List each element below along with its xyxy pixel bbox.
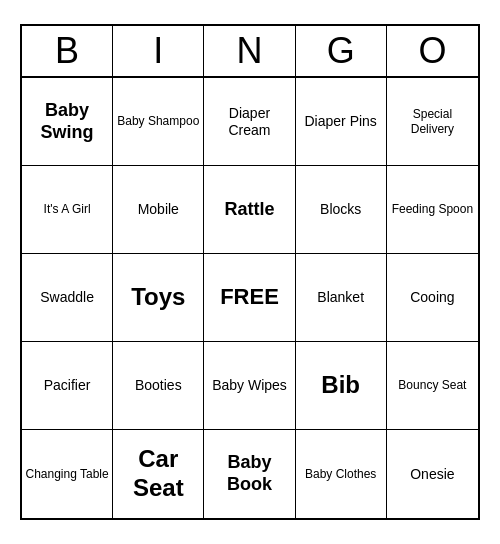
cell-text-24: Onesie	[410, 466, 454, 483]
bingo-cell-16[interactable]: Booties	[113, 342, 204, 430]
header-n: N	[204, 26, 295, 76]
bingo-cell-21[interactable]: Car Seat	[113, 430, 204, 518]
bingo-cell-1[interactable]: Baby Shampoo	[113, 78, 204, 166]
bingo-cell-11[interactable]: Toys	[113, 254, 204, 342]
cell-text-22: Baby Book	[207, 452, 291, 495]
bingo-cell-7[interactable]: Rattle	[204, 166, 295, 254]
cell-text-13: Blanket	[317, 289, 364, 306]
cell-text-1: Baby Shampoo	[117, 114, 199, 128]
bingo-cell-3[interactable]: Diaper Pins	[296, 78, 387, 166]
bingo-cell-6[interactable]: Mobile	[113, 166, 204, 254]
bingo-cell-13[interactable]: Blanket	[296, 254, 387, 342]
bingo-cell-8[interactable]: Blocks	[296, 166, 387, 254]
cell-text-21: Car Seat	[116, 445, 200, 503]
cell-text-7: Rattle	[224, 199, 274, 221]
bingo-cell-9[interactable]: Feeding Spoon	[387, 166, 478, 254]
bingo-cell-14[interactable]: Cooing	[387, 254, 478, 342]
header-o: O	[387, 26, 478, 76]
cell-text-11: Toys	[131, 283, 185, 312]
bingo-cell-10[interactable]: Swaddle	[22, 254, 113, 342]
cell-text-17: Baby Wipes	[212, 377, 287, 394]
cell-text-16: Booties	[135, 377, 182, 394]
bingo-cell-20[interactable]: Changing Table	[22, 430, 113, 518]
bingo-cell-22[interactable]: Baby Book	[204, 430, 295, 518]
cell-text-10: Swaddle	[40, 289, 94, 306]
bingo-card: B I N G O Baby SwingBaby ShampooDiaper C…	[20, 24, 480, 520]
bingo-cell-15[interactable]: Pacifier	[22, 342, 113, 430]
header-i: I	[113, 26, 204, 76]
bingo-cell-4[interactable]: Special Delivery	[387, 78, 478, 166]
bingo-grid: Baby SwingBaby ShampooDiaper CreamDiaper…	[22, 78, 478, 518]
bingo-cell-17[interactable]: Baby Wipes	[204, 342, 295, 430]
cell-text-15: Pacifier	[44, 377, 91, 394]
cell-text-18: Bib	[321, 371, 360, 400]
header-g: G	[296, 26, 387, 76]
cell-text-23: Baby Clothes	[305, 467, 376, 481]
cell-text-19: Bouncy Seat	[398, 378, 466, 392]
cell-text-0: Baby Swing	[25, 100, 109, 143]
cell-text-4: Special Delivery	[390, 107, 475, 136]
cell-text-6: Mobile	[138, 201, 179, 218]
bingo-header: B I N G O	[22, 26, 478, 78]
bingo-cell-5[interactable]: It's A Girl	[22, 166, 113, 254]
bingo-cell-19[interactable]: Bouncy Seat	[387, 342, 478, 430]
bingo-cell-12[interactable]: FREE	[204, 254, 295, 342]
cell-text-8: Blocks	[320, 201, 361, 218]
cell-text-14: Cooing	[410, 289, 454, 306]
cell-text-5: It's A Girl	[44, 202, 91, 216]
bingo-cell-23[interactable]: Baby Clothes	[296, 430, 387, 518]
cell-text-12: FREE	[220, 284, 279, 310]
cell-text-2: Diaper Cream	[207, 105, 291, 139]
cell-text-20: Changing Table	[26, 467, 109, 481]
cell-text-3: Diaper Pins	[305, 113, 377, 130]
cell-text-9: Feeding Spoon	[392, 202, 473, 216]
bingo-cell-24[interactable]: Onesie	[387, 430, 478, 518]
bingo-cell-18[interactable]: Bib	[296, 342, 387, 430]
bingo-cell-0[interactable]: Baby Swing	[22, 78, 113, 166]
header-b: B	[22, 26, 113, 76]
bingo-cell-2[interactable]: Diaper Cream	[204, 78, 295, 166]
